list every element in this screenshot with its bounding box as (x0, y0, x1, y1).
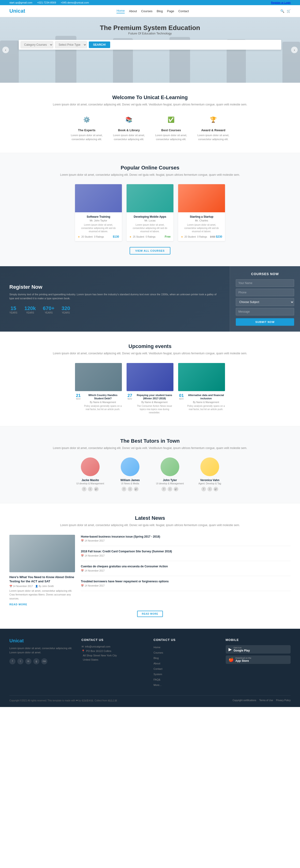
experts-desc: Lorem ipsum dolor sit amet, consectetur … (70, 133, 103, 141)
twitter-icon-1[interactable]: t (88, 487, 93, 491)
course-thumb-1 (75, 184, 122, 212)
hero-title: The Premium System Education (19, 24, 281, 32)
form-phone-input[interactable] (236, 289, 294, 296)
googleplus-icon-3[interactable]: g+ (174, 487, 178, 491)
news-item-4: Troubled borrowers have fewer repayment … (81, 580, 291, 591)
site-logo[interactable]: Unicat (9, 8, 25, 14)
category-select[interactable]: Category Courses (21, 41, 53, 48)
cart-icon[interactable]: 🛒 (287, 9, 291, 13)
footer-link-system: System (153, 672, 219, 676)
privacy-link[interactable]: Privacy Policy (276, 699, 291, 702)
footer-links-title: Contact Us (153, 638, 219, 642)
footer-link-blog: Blog (153, 656, 219, 660)
form-subject-select[interactable]: Choose Subject (236, 298, 294, 306)
course-body-1: Software Training Mr. John Taylor Lorem … (75, 212, 122, 241)
nav-blog[interactable]: Blog (157, 9, 163, 13)
facebook-icon-3[interactable]: f (161, 487, 166, 491)
terms-link[interactable]: Terms of Use (259, 699, 273, 702)
stat-320-label: YEARS (61, 311, 70, 314)
course-card-3: Starting a Startup Mr. Charles Lorem ips… (178, 184, 225, 241)
nav-courses[interactable]: Courses (141, 9, 152, 13)
footer-more-link[interactable]: More... (153, 684, 161, 686)
footer-bottom: Copyright ©2021 All rights reserved. Thi… (9, 695, 291, 702)
course-students-1: 20 Student (81, 236, 93, 238)
nav-home[interactable]: Home (117, 9, 125, 13)
footer-mobile-title: Mobile (226, 638, 291, 642)
footer-twitter-icon[interactable]: t (17, 658, 24, 664)
course-card-2: Developing Mobile Apps Mr. Lucas Lorem i… (126, 184, 174, 241)
event-date-2: 27 Nov (126, 394, 133, 400)
app-store-icon: 🍎 (229, 657, 234, 662)
googleplus-icon-4[interactable]: g+ (213, 487, 218, 491)
form-submit-button[interactable]: SUBMIT NOW (236, 318, 294, 326)
event-day-1: 21 (75, 394, 82, 398)
app-store-badge[interactable]: 🍎 Download on the App Store (226, 655, 291, 664)
form-name-input[interactable] (236, 279, 294, 287)
footer-contact-link[interactable]: Contact (153, 668, 162, 670)
news-item-date-2: 📅 14 November 2017 (81, 554, 291, 557)
event-info-3: Alternative data and financial inclusion… (187, 394, 225, 411)
footer-faq-link[interactable]: FAQ& (153, 678, 160, 681)
popular-courses-title: Popular Online Courses (9, 165, 291, 171)
news-title: Latest News (9, 515, 291, 521)
footer-system-link[interactable]: System (153, 673, 162, 676)
twitter-icon-2[interactable]: t (128, 487, 132, 491)
footer-rss-icon[interactable]: rss (41, 658, 47, 664)
news-item-date-3: 📅 14 November 2017 (81, 569, 291, 572)
google-play-badge[interactable]: ▶ Get it on Google Play (226, 645, 291, 654)
email-icon: ✉ (82, 645, 84, 648)
facebook-icon-2[interactable]: f (122, 487, 126, 491)
event-author-2: By Name & Management (136, 401, 174, 404)
event-thumb-1 (75, 363, 122, 391)
facebook-icon-1[interactable]: f (82, 487, 87, 491)
library-title: Book & Library (113, 128, 145, 132)
facebook-icon-4[interactable]: f (201, 487, 206, 491)
news-item-3: Cuentas de cheques gratuitas una encuest… (81, 564, 291, 576)
twitter-icon-3[interactable]: t (168, 487, 172, 491)
tutor-card-4: Veronica Vahn Agent: Develop & Tag f t g… (192, 458, 227, 491)
register-desc: Simply dummy text of the printing and ty… (9, 292, 220, 301)
footer-google-icon[interactable]: g (33, 658, 39, 664)
event-meta-2: 27 Nov Repaying your student loans (Wint… (126, 394, 174, 414)
experts-icon: ⚙️ (81, 114, 93, 126)
courses-grid: Software Training Mr. John Taylor Lorem … (9, 184, 291, 241)
stat-120k-number: 120k (24, 305, 36, 311)
footer-home-link[interactable]: Home (153, 646, 160, 649)
footer-linkedin-icon[interactable]: in (25, 658, 31, 664)
tutor-card-2: William James UI News & Media f t g+ (113, 458, 148, 491)
events-grid: 21 Nov Which Country Handles Student Deb… (9, 363, 291, 414)
footer-about-link[interactable]: About (153, 662, 160, 665)
footer-logo[interactable]: Unicat (9, 638, 74, 644)
nav-contact[interactable]: Contact (178, 9, 189, 13)
hero-search-button[interactable]: SEARCH! (89, 41, 110, 48)
copyright-certifications-link[interactable]: Copyright certifications (233, 699, 256, 702)
news-read-more-button[interactable]: READ MORE (137, 611, 163, 617)
googleplus-icon-2[interactable]: g+ (134, 487, 139, 491)
googleplus-icon-1[interactable]: g+ (94, 487, 99, 491)
course-price-2: Free (165, 235, 171, 238)
price-type-select[interactable]: Select Price Type (55, 41, 87, 48)
nav-page[interactable]: Page (167, 9, 174, 13)
news-section: Latest News Lorem ipsum dolor sit amet, … (0, 503, 300, 629)
view-all-courses-button[interactable]: VIEW ALL COURSES (130, 247, 170, 254)
twitter-icon-4[interactable]: t (207, 487, 212, 491)
course-author-1: Mr. John Taylor (78, 219, 119, 222)
tutor-social-2: f t g+ (113, 487, 148, 491)
footer-facebook-icon[interactable]: f (9, 658, 16, 664)
event-card-3: 01 Nov Alternative data and financial in… (178, 363, 225, 414)
top-phone1: +021-7234-8569 (37, 1, 56, 4)
tutor-avatar-3 (160, 458, 179, 476)
hero-prev-button[interactable]: ‹ (2, 46, 9, 53)
footer-courses-link[interactable]: Courses (153, 651, 163, 654)
footer-blog-link[interactable]: Blog (153, 657, 159, 659)
news-featured-author: 👤 By John Smith (35, 585, 54, 588)
form-message-input[interactable] (236, 308, 294, 315)
news-featured-read-more[interactable]: READ MORE (9, 603, 27, 606)
course-desc-2: Lorem ipsum dolor sit amet, consectetur … (129, 223, 171, 233)
register-login-link[interactable]: Register or Login (271, 1, 291, 4)
popular-courses-subtitle: Lorem ipsum dolor sit amet, consectetur … (9, 173, 291, 177)
tutor-avatar-2 (121, 458, 140, 476)
hero-next-button[interactable]: › (291, 46, 298, 53)
nav-about[interactable]: About (129, 9, 137, 13)
search-icon[interactable]: 🔍 (280, 9, 284, 13)
